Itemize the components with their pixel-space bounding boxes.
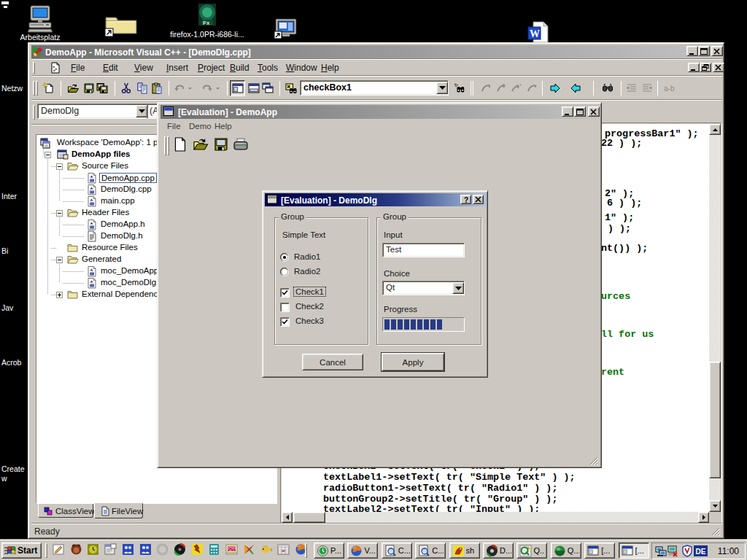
toolbar-new-file-button[interactable] <box>40 80 56 96</box>
radio-radio1[interactable]: Radio1 <box>280 252 353 264</box>
editor-hscrollbar[interactable] <box>282 512 709 523</box>
toolbar-goto-prev-button[interactable] <box>567 80 584 96</box>
toolbar-undo-button[interactable] <box>171 80 187 96</box>
main-window-close-button[interactable] <box>711 46 723 56</box>
vscroll-thumb[interactable] <box>709 362 721 478</box>
members-combo-arrow[interactable] <box>436 82 448 94</box>
task-button-9[interactable]: [... <box>619 542 649 559</box>
tree-label[interactable]: DemoApp files <box>70 149 132 158</box>
toolbar-outdent-button[interactable] <box>639 80 654 96</box>
start-button[interactable]: Start <box>1 542 42 559</box>
menu-tools[interactable]: Tools <box>258 63 278 73</box>
tree-expand-plus[interactable] <box>56 292 63 298</box>
computer-error-icon[interactable] <box>667 545 679 557</box>
toolbar-copy-button[interactable] <box>134 80 150 96</box>
dialog-titlebar[interactable]: [Evaluation] - DemoDlg? <box>265 193 487 206</box>
menu-insert[interactable]: Insert <box>166 63 188 73</box>
mdi-minimize-button[interactable] <box>688 63 700 72</box>
tree-expand-minus[interactable] <box>56 257 63 263</box>
menu-project[interactable]: Project <box>198 63 225 73</box>
menubar-grip[interactable] <box>33 62 35 74</box>
desktop-icon-firefox-installer[interactable]: Fxfirefox-1.0PR-i686-li... <box>194 2 245 46</box>
tree-label[interactable]: DemoApp.cpp <box>99 173 157 183</box>
toolbar-search-next-button[interactable] <box>452 80 468 96</box>
task-button-0[interactable]: P... <box>314 542 344 559</box>
members-combo[interactable]: checkBox1 <box>300 80 449 96</box>
menu-file[interactable]: File <box>71 63 85 73</box>
main-window-minimize-button[interactable] <box>686 46 698 56</box>
menu-build[interactable]: Build <box>230 63 249 73</box>
radio-radio2[interactable]: Radio2 <box>280 267 353 279</box>
choice-combo-arrow[interactable] <box>452 282 464 294</box>
toolbar-paste-button[interactable] <box>149 80 165 96</box>
task-button-1[interactable]: V... <box>347 542 378 559</box>
quicklaunch-fish-yellow[interactable] <box>260 543 272 556</box>
task-button-4[interactable]: sh <box>449 542 480 559</box>
quicklaunch-grip[interactable] <box>45 543 47 558</box>
app-window-close-button[interactable] <box>588 106 600 117</box>
tree-expand-minus[interactable] <box>56 210 63 217</box>
hscroll-left-button[interactable] <box>282 512 293 523</box>
apply-button-face[interactable]: Apply <box>382 353 444 371</box>
task-button-2[interactable]: C... <box>382 542 412 559</box>
toolbar-grip[interactable] <box>33 81 35 96</box>
menu-view[interactable]: View <box>134 63 153 73</box>
wizardbar-grip[interactable] <box>33 105 35 120</box>
quicklaunch-people-blue-2[interactable] <box>139 543 152 556</box>
redo-dropdown-icon[interactable] <box>215 82 220 94</box>
tree-label[interactable]: Source Files <box>80 161 130 170</box>
tree-label[interactable]: Resource Files <box>80 243 139 252</box>
task-button-8[interactable]: [... <box>584 542 615 559</box>
toolbar-find-in-files-button[interactable] <box>283 80 299 96</box>
tree-label[interactable]: Generated <box>80 254 123 263</box>
dialog-close-button[interactable] <box>473 195 484 204</box>
toolbar-grip2[interactable] <box>36 81 38 96</box>
vscroll-up-button[interactable] <box>709 124 721 135</box>
tab-classview[interactable]: ClassView <box>38 504 93 518</box>
task-button-6[interactable]: Q... <box>516 542 547 559</box>
keyboard-layout-de[interactable]: DE <box>694 545 708 556</box>
mdi-close-button[interactable] <box>713 63 724 72</box>
check-check2[interactable]: Check2 <box>280 302 360 314</box>
quicklaunch-notes-window[interactable] <box>104 543 117 556</box>
tree-label[interactable]: DemoDlg.cpp <box>99 184 153 193</box>
check-check1[interactable]: Check1 <box>280 287 360 299</box>
tree-expand-minus[interactable] <box>44 152 51 158</box>
app-window-titlebar[interactable]: [Evaluation] - DemoApp <box>160 105 600 119</box>
toolbar-workspace-toggle-button[interactable] <box>230 80 245 96</box>
shield-antivirus-icon[interactable] <box>682 545 692 557</box>
quicklaunch-cd-player[interactable] <box>174 543 186 556</box>
quicklaunch-spreadsheet[interactable] <box>277 543 290 556</box>
quicklaunch-x-colored[interactable] <box>243 543 255 556</box>
apply-button[interactable]: Apply <box>381 352 445 372</box>
main-window-maximize-button[interactable] <box>698 46 710 56</box>
network-computers-icon[interactable] <box>655 545 667 557</box>
toolbar-open-file-button[interactable] <box>65 80 81 96</box>
menu-edit[interactable]: Edit <box>103 63 118 73</box>
task-button-5[interactable]: D... <box>483 542 514 559</box>
tab-fileview[interactable]: FileView <box>94 503 143 518</box>
cancel-button[interactable]: Cancel <box>302 354 363 370</box>
tree-label[interactable]: main.cpp <box>99 196 136 205</box>
toolbar-find-button[interactable] <box>599 80 616 96</box>
quicklaunch-people-blue-1[interactable] <box>122 543 134 556</box>
menu-window[interactable]: Window <box>286 63 317 73</box>
app-menu-demo[interactable]: Demo <box>189 122 212 131</box>
toolbar-nav-gray-1-button[interactable] <box>478 80 493 96</box>
app-toolbar-open-doc-button[interactable] <box>191 135 210 154</box>
app-toolbar-new-doc-button[interactable] <box>171 135 190 154</box>
toolbar-nav-gray-3-button[interactable] <box>508 80 524 96</box>
hscroll-right-button[interactable] <box>698 512 709 523</box>
quicklaunch-ring-gray[interactable] <box>156 543 169 556</box>
toolbar-goto-next-button[interactable] <box>546 80 564 96</box>
editor-vscrollbar[interactable] <box>709 124 721 512</box>
toolbar-cut-button[interactable] <box>118 80 134 96</box>
vscroll-down-button[interactable] <box>709 500 721 512</box>
tree-label[interactable]: DemoDlg.h <box>99 231 144 240</box>
quicklaunch-editor-pencil[interactable] <box>53 543 65 556</box>
app-toolbar-grip[interactable] <box>164 136 166 155</box>
tree-label[interactable]: Workspace 'DemoApp': 1 pro <box>55 138 167 147</box>
choice-combo[interactable]: Qt <box>382 281 465 295</box>
quicklaunch-winamp-figure[interactable] <box>191 543 204 556</box>
toolbar-nav-gray-2-button[interactable] <box>493 80 508 96</box>
